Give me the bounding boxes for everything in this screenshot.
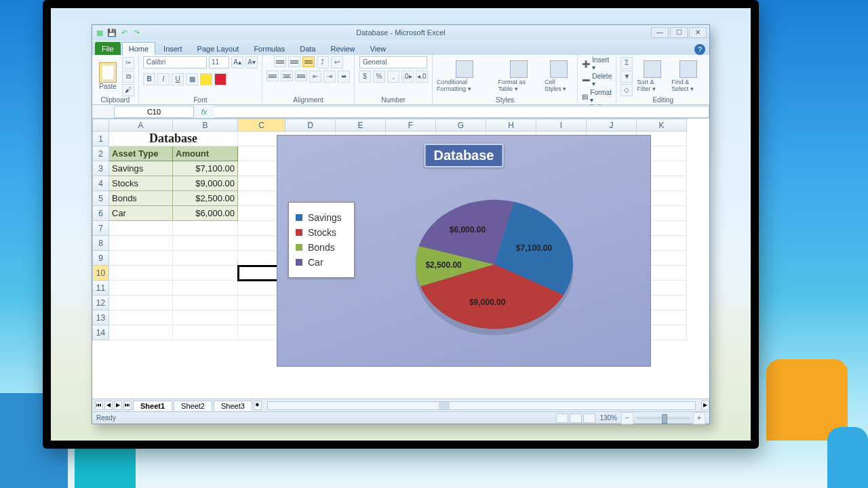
- align-middle-button[interactable]: [288, 56, 300, 67]
- scroll-right[interactable]: ▶: [701, 401, 709, 410]
- column-header[interactable]: K: [637, 119, 687, 131]
- tab-insert[interactable]: Insert: [157, 42, 189, 55]
- column-header[interactable]: G: [436, 119, 486, 131]
- zoom-level[interactable]: 130%: [599, 414, 617, 422]
- new-sheet-button[interactable]: ✸: [254, 401, 262, 410]
- wrap-text-button[interactable]: ↩: [331, 56, 343, 68]
- cell[interactable]: [109, 325, 173, 340]
- delete-cells-button[interactable]: ➖Delete ▾: [582, 73, 612, 87]
- format-painter-button[interactable]: 🖌: [122, 84, 134, 96]
- cell[interactable]: [173, 266, 238, 281]
- sheet-nav-prev[interactable]: ◀: [104, 401, 113, 410]
- cell[interactable]: Savings: [109, 161, 173, 176]
- cell-styles-button[interactable]: Cell Styles ▾: [545, 60, 573, 92]
- chart-legend[interactable]: SavingsStocksBondsCar: [288, 202, 355, 278]
- column-header[interactable]: J: [587, 119, 637, 131]
- data-label[interactable]: $6,000.00: [450, 225, 486, 235]
- zoom-slider[interactable]: [636, 417, 690, 420]
- title-bar[interactable]: ▦ 💾 ↶ ↷ Database - Microsoft Excel — ☐ ✕: [92, 25, 709, 40]
- cell[interactable]: Car: [109, 206, 173, 221]
- insert-cells-button[interactable]: ➕Insert ▾: [582, 56, 612, 71]
- cell[interactable]: [109, 310, 173, 325]
- row-header[interactable]: 6: [93, 206, 109, 221]
- tab-home[interactable]: Home: [122, 42, 155, 55]
- cell[interactable]: [109, 296, 173, 310]
- redo-icon[interactable]: ↷: [132, 28, 141, 37]
- align-right-button[interactable]: [295, 70, 307, 81]
- row-header[interactable]: 9: [93, 251, 109, 266]
- cell[interactable]: $7,100.00: [173, 161, 238, 176]
- cell[interactable]: [109, 251, 173, 266]
- font-family-select[interactable]: Calibri: [143, 56, 207, 68]
- conditional-formatting-button[interactable]: Conditional Formatting ▾: [437, 60, 493, 92]
- copy-button[interactable]: ⧉: [122, 70, 134, 83]
- format-cells-button[interactable]: ▤Format ▾: [582, 89, 612, 104]
- decrease-decimal-button[interactable]: ◂.0: [416, 70, 428, 83]
- row-header[interactable]: 12: [93, 296, 109, 310]
- legend-item[interactable]: Stocks: [296, 227, 347, 238]
- font-size-select[interactable]: 11: [209, 56, 229, 68]
- view-layout-button[interactable]: [570, 413, 582, 423]
- view-normal-button[interactable]: [556, 413, 568, 423]
- cut-button[interactable]: ✂: [122, 57, 134, 69]
- column-header[interactable]: D: [285, 119, 336, 131]
- row-header[interactable]: 4: [93, 176, 109, 191]
- cell[interactable]: [173, 281, 238, 296]
- column-header[interactable]: A: [109, 119, 173, 131]
- autosum-button[interactable]: Σ: [620, 57, 633, 69]
- name-box[interactable]: C10: [114, 106, 194, 118]
- row-header[interactable]: 8: [93, 236, 109, 251]
- column-header[interactable]: H: [486, 119, 536, 131]
- tab-view[interactable]: View: [363, 42, 393, 55]
- maximize-button[interactable]: ☐: [670, 27, 688, 38]
- cell[interactable]: Bonds: [109, 191, 173, 206]
- sort-filter-button[interactable]: Sort & Filter ▾: [637, 60, 667, 92]
- minimize-button[interactable]: —: [651, 27, 669, 38]
- row-header[interactable]: 3: [93, 161, 109, 176]
- sheet-tab-1[interactable]: Sheet1: [133, 401, 172, 411]
- embedded-chart[interactable]: Database SavingsStocksBondsCar $7,100.00…: [277, 135, 651, 367]
- increase-decimal-button[interactable]: .0▸: [401, 70, 414, 83]
- row-header[interactable]: 13: [93, 310, 109, 325]
- horizontal-scrollbar[interactable]: [267, 401, 696, 410]
- cell[interactable]: [109, 221, 173, 236]
- sheet-tab-2[interactable]: Sheet2: [174, 401, 212, 411]
- cell[interactable]: Asset Type: [109, 146, 173, 161]
- data-label[interactable]: $2,500.00: [425, 260, 461, 270]
- sheet-nav-first[interactable]: ⏮: [95, 401, 103, 410]
- cell[interactable]: [109, 281, 173, 296]
- column-header[interactable]: B: [173, 119, 238, 131]
- cell[interactable]: [173, 296, 238, 310]
- close-button[interactable]: ✕: [689, 27, 707, 38]
- sheet-nav-next[interactable]: ▶: [114, 401, 122, 410]
- cell[interactable]: $6,000.00: [173, 206, 238, 221]
- merge-button[interactable]: ⬌: [338, 70, 350, 83]
- tab-formulas[interactable]: Formulas: [247, 42, 292, 55]
- data-label[interactable]: $7,100.00: [516, 243, 552, 253]
- percent-button[interactable]: %: [373, 70, 385, 83]
- cell[interactable]: [109, 236, 173, 251]
- fx-icon[interactable]: fx: [194, 108, 214, 116]
- increase-indent-button[interactable]: ⇥: [323, 70, 336, 83]
- row-header[interactable]: 10: [93, 266, 109, 281]
- cell[interactable]: [109, 266, 173, 281]
- font-color-button[interactable]: [214, 73, 226, 85]
- cell[interactable]: [173, 236, 238, 251]
- chart-title[interactable]: Database: [425, 144, 504, 167]
- legend-item[interactable]: Car: [296, 257, 347, 268]
- fill-color-button[interactable]: [200, 73, 212, 85]
- comma-button[interactable]: ,: [387, 70, 399, 83]
- sheet-tab-3[interactable]: Sheet3: [214, 401, 252, 411]
- tab-data[interactable]: Data: [293, 42, 322, 55]
- cell[interactable]: Database: [109, 131, 238, 146]
- formula-input[interactable]: [214, 106, 709, 118]
- align-left-button[interactable]: [267, 70, 279, 81]
- cell[interactable]: [173, 325, 238, 340]
- cell[interactable]: Stocks: [109, 176, 173, 191]
- column-header[interactable]: E: [336, 119, 386, 131]
- italic-button[interactable]: I: [157, 73, 170, 85]
- cell[interactable]: $9,000.00: [173, 176, 238, 191]
- tab-review[interactable]: Review: [323, 42, 361, 55]
- zoom-in-button[interactable]: +: [693, 412, 705, 424]
- row-header[interactable]: 2: [93, 146, 109, 161]
